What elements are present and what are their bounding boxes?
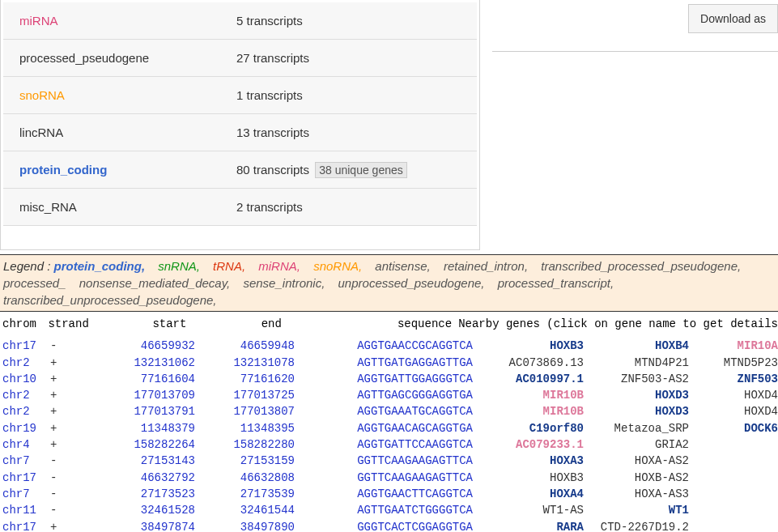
header-strand: strand (48, 316, 99, 332)
cell-start: 132131062 (104, 355, 195, 371)
gene-link[interactable]: HOXA3 (473, 453, 584, 469)
gene-link[interactable]: HOXA4 (473, 486, 584, 502)
biotype-scroll[interactable]: miRNA5 transcriptsprocessed_pseudogene27… (3, 2, 477, 247)
biotype-count: 1 transcripts (236, 88, 303, 102)
gene-link[interactable]: CTD-2267D19.2 (584, 519, 689, 532)
gene-link[interactable]: WT1 (584, 502, 689, 518)
gene-link[interactable]: MIR10B (473, 403, 584, 419)
results-table: chrom strand start end sequence Nearby g… (0, 311, 778, 532)
header-start: start (99, 316, 186, 332)
cell-sequence: AGTTGAATCTGGGGTCA (295, 502, 473, 518)
gene-link[interactable]: HOXB3 (473, 470, 584, 486)
cell-sequence: GGGTCACTCGGAGGTGA (295, 519, 473, 532)
cell-strand: - (50, 470, 104, 486)
cell-sequence: AGGTGAACCGCAGGTCA (295, 338, 473, 354)
table-row: chr7-2715314327153159GGTTCAAGAAGAGTTCAHO… (0, 453, 778, 469)
biotype-name: miRNA (19, 14, 236, 28)
gene-link[interactable]: HOXD4 (689, 387, 778, 403)
gene-link (689, 453, 778, 469)
table-row: chr2+132131062132131078AGTTGATGAGGAGTTGA… (0, 355, 778, 371)
cell-end: 27153159 (195, 453, 295, 469)
cell-start: 77161604 (104, 371, 195, 387)
table-row: chr10+7716160477161620AGGTGATTGGAGGGTCAA… (0, 371, 778, 387)
cell-start: 158282264 (104, 436, 195, 453)
table-row: chr17+3849787438497890GGGTCACTCGGAGGTGAR… (0, 519, 778, 532)
legend-item: miRNA, (258, 257, 300, 275)
cell-strand: + (50, 403, 104, 419)
gene-link[interactable]: HOXA-AS2 (584, 453, 689, 469)
legend-label: Legend : (3, 259, 50, 273)
gene-link[interactable]: C19orf80 (473, 420, 584, 436)
gene-link[interactable]: AC073869.13 (473, 355, 584, 371)
cell-sequence: GGTTCAAGAAGAGTTCA (295, 453, 473, 469)
gene-link[interactable]: MTND5P23 (689, 355, 778, 371)
gene-link[interactable]: HOXA-AS3 (584, 486, 689, 502)
header-end: end (186, 316, 282, 332)
gene-link[interactable]: HOXD3 (584, 403, 689, 419)
download-button[interactable]: Download as (688, 4, 778, 33)
cell-strand: + (50, 436, 104, 453)
gene-link[interactable]: HOXD3 (584, 387, 689, 403)
gene-link (689, 470, 778, 486)
legend-item: transcribed_processed_pseudogene, (541, 257, 741, 275)
gene-link[interactable]: AC079233.1 (473, 436, 584, 453)
gene-link[interactable]: MIR10B (473, 387, 584, 403)
header-chrom: chrom (0, 316, 48, 332)
legend-item: snoRNA, (313, 257, 362, 275)
header-nearby: Nearby genes (click on gene name to get … (452, 316, 778, 332)
gene-link[interactable]: AC010997.1 (473, 371, 584, 387)
gene-link (689, 486, 778, 502)
cell-strand: - (50, 502, 104, 518)
cell-start: 27153143 (104, 453, 195, 469)
legend-item: processed_ (3, 275, 66, 292)
gene-link[interactable]: MTND4P21 (584, 355, 689, 371)
biotype-row[interactable]: misc_RNA2 transcripts (3, 189, 477, 226)
table-row: chr7-2717352327173539AGGTGAACTTCAGGTCAHO… (0, 486, 778, 502)
cell-end: 177013807 (195, 403, 295, 419)
cell-chrom: chr2 (0, 355, 50, 371)
cell-end: 77161620 (195, 371, 295, 387)
biotype-name: snoRNA (19, 88, 236, 102)
cell-sequence: AGGTGATTGGAGGGTCA (295, 371, 473, 387)
gene-link[interactable]: RARA (473, 519, 584, 532)
gene-link[interactable]: Metazoa_SRP (584, 420, 689, 436)
table-row: chr17-4665993246659948AGGTGAACCGCAGGTCAH… (0, 338, 778, 354)
biotype-row[interactable]: processed_pseudogene27 transcripts (3, 40, 477, 77)
gene-link[interactable]: ZNF503-AS2 (584, 371, 689, 387)
biotype-row[interactable]: snoRNA1 transcripts (3, 77, 477, 114)
cell-chrom: chr4 (0, 436, 50, 453)
table-row: chr2+177013791177013807AGGTGAAATGCAGGTCA… (0, 403, 778, 419)
legend-item: nonsense_mediated_decay, (79, 275, 231, 292)
gene-link[interactable]: HOXB-AS2 (584, 470, 689, 486)
biotype-row[interactable]: lincRNA13 transcripts (3, 114, 477, 151)
cell-chrom: chr7 (0, 486, 50, 502)
gene-link[interactable]: HOXB4 (584, 338, 689, 354)
biotype-name: protein_coding (19, 163, 236, 177)
cell-start: 177013791 (104, 403, 195, 419)
cell-end: 132131078 (195, 355, 295, 371)
biotype-row[interactable]: protein_coding80 transcripts 38 unique g… (3, 151, 477, 189)
gene-link[interactable]: MIR10A (689, 338, 778, 354)
gene-link[interactable]: HOXD4 (689, 403, 778, 419)
cell-start: 27173523 (104, 486, 195, 502)
gene-link[interactable]: GRIA2 (584, 436, 689, 453)
gene-link[interactable]: HOXB3 (473, 338, 584, 354)
cell-start: 46659932 (104, 338, 195, 354)
cell-chrom: chr2 (0, 387, 50, 403)
biotype-name: processed_pseudogene (19, 51, 236, 65)
biotype-panel: miRNA5 transcriptsprocessed_pseudogene27… (0, 0, 480, 250)
legend-item: processed_transcript, (498, 275, 614, 292)
biotype-row[interactable]: miRNA5 transcripts (3, 2, 477, 40)
cell-strand: + (50, 387, 104, 403)
gene-link[interactable]: WT1-AS (473, 502, 584, 518)
gene-link[interactable]: DOCK6 (689, 420, 778, 436)
gene-link[interactable]: ZNF503 (689, 371, 778, 387)
unique-genes-badge: 38 unique genes (315, 162, 407, 178)
cell-strand: + (50, 355, 104, 371)
gene-link (689, 519, 778, 532)
table-row: chr17-4663279246632808GGTTCAAGAAGAGTTCAH… (0, 470, 778, 486)
table-row: chr4+158282264158282280AGGTGATTCCAAGGTCA… (0, 436, 778, 453)
cell-sequence: AGGTGATTCCAAGGTCA (295, 436, 473, 453)
biotype-count: 13 transcripts (236, 126, 309, 139)
cell-chrom: chr7 (0, 453, 50, 469)
